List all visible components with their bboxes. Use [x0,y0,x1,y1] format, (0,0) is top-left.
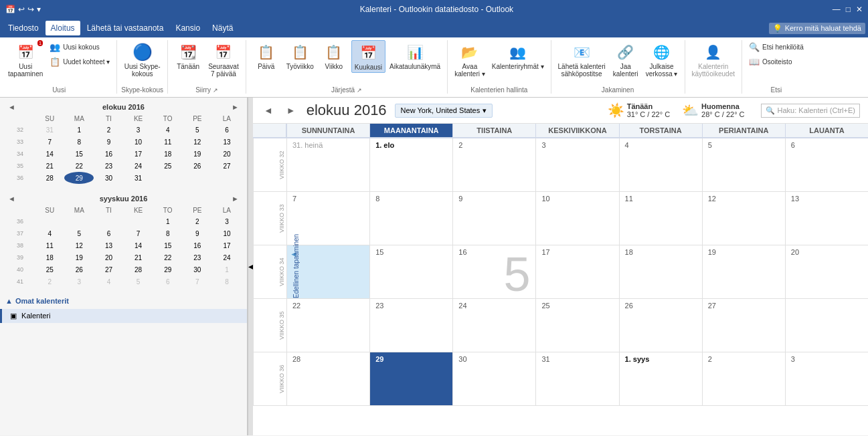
aug-day-21[interactable]: 21 [35,160,64,172]
aug-day-31[interactable]: 31 [124,172,153,184]
undo-icon[interactable]: ↩ [18,5,25,14]
cal-cell-w33-sat[interactable]: 13 [785,192,868,245]
cal-cell-w35-wed[interactable]: 25 [535,299,618,352]
cal-cell-w35-tue[interactable]: 24 [452,299,535,352]
cal-cell-w33-tue[interactable]: 9 [452,192,535,245]
aug-day-12[interactable]: 12 [183,136,212,148]
ribbon-btn-tanaan[interactable]: 📆 Tänään [172,40,204,72]
my-calendars-header[interactable]: ▲ Omat kalenterit [0,293,247,309]
cal-cell-w32-mon[interactable]: 1. elo [369,138,452,191]
calendar-search-box[interactable]: 🔍 Haku: Kalenteri (Ctrl+E) [761,104,860,118]
menu-laheta[interactable]: Lähetä tai vastaanota [82,21,169,35]
cal-cell-w33-fri[interactable]: 12 [702,192,785,245]
ribbon-btn-avaa-kalenteri[interactable]: 📂 Avaakalenteri ▾ [452,40,488,79]
close-icon[interactable]: ✕ [856,5,863,14]
cal-cell-w33-wed[interactable]: 10 [535,192,618,245]
ribbon-btn-kalenteriryhmät[interactable]: 👥 Kalenteriryhmät ▾ [489,40,547,72]
aug-day-6[interactable]: 6 [212,124,242,136]
ribbon-btn-uusi-tapaaminen[interactable]: 📅 1 Uusitapaaminen [5,40,46,79]
cal-cell-w32-thu[interactable]: 4 [619,138,702,191]
aug-day-11[interactable]: 11 [153,136,183,148]
menu-nayta[interactable]: Näytä [207,21,238,35]
cal-cell-w35-sat[interactable] [785,299,868,352]
ribbon-btn-osoiteisto[interactable]: 📖 Osoiteisto [746,55,794,68]
ribbon-btn-kayttooikeudet[interactable]: 👤 Kalenterinkäyttöoikeudet [689,40,738,79]
minimize-icon[interactable]: — [833,5,841,14]
mini-cal-aug-next[interactable]: ► [229,103,242,111]
cal-cell-w35-thu[interactable]: 26 [619,299,702,352]
aug-day-25[interactable]: 25 [153,160,183,172]
cal-cell-w34-sat[interactable]: 20 [785,245,868,298]
cal-prev-month[interactable]: ◄ [261,105,276,116]
ribbon-btn-jaa-kalenteri[interactable]: 🔗 Jaakalenteri [610,40,642,79]
ribbon-btn-paiva[interactable]: 📋 Päivä [250,40,282,72]
aug-day-22[interactable]: 22 [64,160,94,172]
mini-cal-sep-prev[interactable]: ◄ [5,195,18,203]
calendar-item[interactable]: ▣ Kalenteri [0,309,247,323]
cal-cell-w32-sat[interactable]: 6 [785,138,868,191]
cal-cell-w36-mon[interactable]: 29 [369,352,452,405]
sidebar-collapse-handle[interactable]: ◀ [248,98,253,435]
cal-cell-w34-sun[interactable]: ◄ Edellinen tapaaminen [286,245,369,298]
cal-cell-w34-fri[interactable]: 19 [702,245,785,298]
cal-cell-w36-thu[interactable]: 1. syys [619,352,702,405]
ribbon-btn-aikataulu[interactable]: 📊 Aikataulunäkymä [387,40,443,72]
aug-day-23[interactable]: 23 [94,160,123,172]
menu-kansio[interactable]: Kansio [170,21,205,35]
aug-day-26[interactable]: 26 [183,160,212,172]
aug-day-27[interactable]: 27 [212,160,242,172]
cal-cell-w33-mon[interactable]: 8 [369,192,452,245]
cal-cell-w34-tue[interactable]: 16 5 [452,245,535,298]
aug-day-16[interactable]: 16 [94,148,123,160]
cal-cell-w35-fri[interactable]: 27 [702,299,785,352]
aug-day-3[interactable]: 3 [124,124,153,136]
ribbon-btn-uudet-kohteet[interactable]: 📋 Uudet kohteet ▾ [47,55,112,68]
mini-cal-aug-prev[interactable]: ◄ [5,103,18,111]
cal-cell-w32-tue[interactable]: 2 [452,138,535,191]
aug-day-17[interactable]: 17 [124,148,153,160]
cal-cell-w36-fri[interactable]: 2 [702,352,785,405]
aug-day-10[interactable]: 10 [124,136,153,148]
aug-day-13[interactable]: 13 [212,136,242,148]
aug-day-15[interactable]: 15 [64,148,94,160]
tell-me-search[interactable]: 💡 Kerro mitä haluat tehdä [769,23,865,34]
cal-cell-w33-thu[interactable]: 11 [619,192,702,245]
ribbon-btn-laheta-kalenteri[interactable]: 📧 Lähetä kalenterisähköpostitse [555,40,608,79]
menu-tiedosto[interactable]: Tiedosto [3,21,44,35]
cal-next-month[interactable]: ► [284,105,298,116]
aug-day-24[interactable]: 24 [124,160,153,172]
aug-day-18[interactable]: 18 [153,148,183,160]
aug-day-7[interactable]: 7 [35,136,64,148]
aug-day-9[interactable]: 9 [94,136,123,148]
cal-cell-w34-mon[interactable]: 15 [369,245,452,298]
cal-cell-w34-thu[interactable]: 18 [619,245,702,298]
aug-day-29-today[interactable]: 29 [64,172,94,184]
aug-day-5[interactable]: 5 [183,124,212,136]
cal-cell-w36-tue[interactable]: 30 [452,352,535,405]
aug-day-19[interactable]: 19 [183,148,212,160]
redo-icon[interactable]: ↪ [27,5,34,14]
ribbon-btn-etsi-henkilo[interactable]: 🔍 Etsi henkilöitä [746,40,806,53]
ribbon-btn-uusi-kokous[interactable]: 👥 Uusi kokous [47,40,112,53]
ribbon-btn-skype[interactable]: 🔵 Uusi Skype-kokous [122,40,163,79]
cal-cell-w32-sun[interactable]: 31. heinä [286,138,369,191]
aug-day-4[interactable]: 4 [153,124,183,136]
aug-day-31-prev[interactable]: 31 [35,124,64,136]
menu-aloitus[interactable]: Aloitus [46,21,80,35]
cal-cell-w34-wed[interactable]: 17 [535,245,618,298]
cal-cell-w35-sun[interactable]: 22 [286,299,369,352]
aug-day-8[interactable]: 8 [64,136,94,148]
aug-day-1[interactable]: 1 [64,124,94,136]
aug-day-14[interactable]: 14 [35,148,64,160]
ribbon-btn-viikko[interactable]: 📋 Viikko [318,40,350,72]
ribbon-btn-seuraavat[interactable]: 📅 Seuraavat7 päivää [205,40,242,79]
aug-day-2[interactable]: 2 [94,124,123,136]
cal-cell-w36-sat[interactable]: 3 [785,352,868,405]
aug-day-30[interactable]: 30 [94,172,123,184]
mini-cal-sep-next[interactable]: ► [229,195,242,203]
ribbon-btn-kuukausi[interactable]: 📅 Kuukausi [351,40,385,73]
ribbon-btn-julkaise[interactable]: 🌐 Julkaiseverkossa ▾ [643,40,681,79]
aug-day-20[interactable]: 20 [212,148,242,160]
cal-location-selector[interactable]: New York, United States ▾ [395,104,493,118]
cal-cell-w36-sun[interactable]: 28 [286,352,369,405]
